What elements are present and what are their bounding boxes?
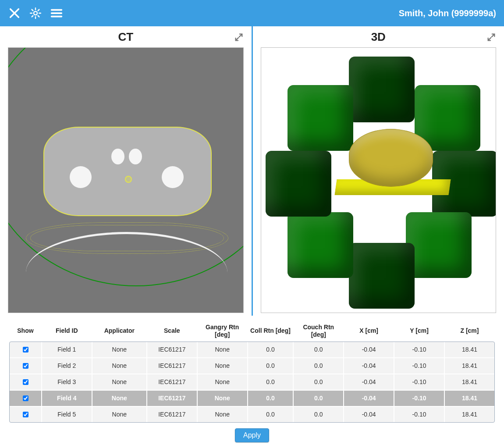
beam-cylinder bbox=[349, 57, 415, 122]
cell-y: -0.10 bbox=[394, 374, 444, 390]
cell-show bbox=[10, 407, 41, 422]
expand-icon[interactable] bbox=[486, 32, 496, 42]
cell-coll: 0.0 bbox=[248, 391, 293, 406]
view-title-ct: CT bbox=[118, 30, 133, 44]
cell-x: -0.04 bbox=[344, 358, 394, 374]
view-panel-ct: CT bbox=[0, 26, 252, 316]
cell-couch: 0.0 bbox=[294, 407, 343, 422]
cell-show bbox=[10, 342, 41, 357]
cell-applicator: None bbox=[92, 374, 146, 390]
cell-couch: 0.0 bbox=[294, 374, 343, 390]
beam-cylinder bbox=[287, 212, 353, 278]
cell-field-id: Field 1 bbox=[42, 342, 92, 357]
table-row[interactable]: Field 1NoneIEC61217None0.00.0-0.04-0.101… bbox=[10, 342, 494, 357]
cell-z: 18.41 bbox=[445, 374, 494, 390]
col-header-z[interactable]: Z [cm] bbox=[445, 321, 494, 341]
menu-icon[interactable] bbox=[50, 7, 63, 20]
gear-icon[interactable] bbox=[29, 7, 42, 20]
patient-name: Smith, John (9999999a) bbox=[399, 8, 496, 18]
threed-viewport[interactable] bbox=[261, 47, 497, 313]
ct-bone bbox=[162, 166, 184, 188]
col-header-scale[interactable]: Scale bbox=[147, 321, 197, 341]
cell-scale: IEC61217 bbox=[147, 374, 197, 390]
cell-couch: 0.0 bbox=[294, 391, 343, 406]
cell-coll: 0.0 bbox=[248, 407, 293, 422]
beam-cylinder bbox=[266, 151, 331, 217]
patient-surface-3d bbox=[349, 129, 433, 187]
cell-gantry: None bbox=[198, 391, 247, 406]
cell-applicator: None bbox=[92, 407, 146, 422]
show-checkbox[interactable] bbox=[23, 395, 28, 401]
cell-y: -0.10 bbox=[394, 391, 444, 406]
cell-y: -0.10 bbox=[394, 358, 444, 374]
cell-x: -0.04 bbox=[344, 342, 394, 357]
cell-y: -0.10 bbox=[394, 407, 444, 422]
beam-cylinder bbox=[349, 243, 415, 309]
ct-couch-arc bbox=[26, 232, 227, 313]
cell-x: -0.04 bbox=[344, 407, 394, 422]
ct-viewport[interactable] bbox=[8, 47, 244, 313]
cell-z: 18.41 bbox=[445, 342, 494, 357]
cell-gantry: None bbox=[198, 374, 247, 390]
cell-gantry: None bbox=[198, 342, 247, 357]
view-panel-3d: 3D bbox=[252, 26, 504, 316]
col-header-show[interactable]: Show bbox=[10, 321, 41, 341]
table-row[interactable]: Field 2NoneIEC61217None0.00.0-0.04-0.101… bbox=[10, 358, 494, 374]
ct-isocenter-marker bbox=[125, 176, 132, 183]
expand-icon[interactable] bbox=[234, 32, 244, 42]
cell-scale: IEC61217 bbox=[147, 342, 197, 357]
svg-point-2 bbox=[34, 11, 37, 15]
show-checkbox[interactable] bbox=[23, 379, 28, 385]
col-header-applicator[interactable]: Applicator bbox=[92, 321, 146, 341]
cell-coll: 0.0 bbox=[248, 342, 293, 357]
cell-applicator: None bbox=[92, 391, 146, 406]
cell-show bbox=[10, 391, 41, 406]
cell-applicator: None bbox=[92, 358, 146, 374]
cell-coll: 0.0 bbox=[248, 358, 293, 374]
cell-scale: IEC61217 bbox=[147, 391, 197, 406]
table-row[interactable]: Field 4NoneIEC61217None0.00.0-0.04-0.101… bbox=[10, 391, 494, 406]
cell-couch: 0.0 bbox=[294, 358, 343, 374]
cell-x: -0.04 bbox=[344, 391, 394, 406]
cell-show bbox=[10, 358, 41, 374]
cell-field-id: Field 4 bbox=[42, 391, 92, 406]
col-header-x[interactable]: X [cm] bbox=[344, 321, 394, 341]
cell-scale: IEC61217 bbox=[147, 358, 197, 374]
beam-cylinder bbox=[287, 85, 353, 151]
ct-bone bbox=[70, 166, 92, 188]
cell-z: 18.41 bbox=[445, 391, 494, 406]
cell-z: 18.41 bbox=[445, 407, 494, 422]
cell-z: 18.41 bbox=[445, 358, 494, 374]
beam-cylinder bbox=[406, 212, 472, 278]
show-checkbox[interactable] bbox=[23, 412, 28, 417]
cell-applicator: None bbox=[92, 342, 146, 357]
fields-table: Show Field ID Applicator Scale Gangry Rt… bbox=[9, 320, 495, 423]
col-header-field[interactable]: Field ID bbox=[42, 321, 92, 341]
table-row[interactable]: Field 3NoneIEC61217None0.00.0-0.04-0.101… bbox=[10, 374, 494, 390]
show-checkbox[interactable] bbox=[23, 347, 28, 352]
col-header-coll[interactable]: Coll Rtn [deg] bbox=[248, 321, 293, 341]
cell-gantry: None bbox=[198, 407, 247, 422]
cell-gantry: None bbox=[198, 358, 247, 374]
ct-bone bbox=[111, 149, 124, 164]
apply-button[interactable]: Apply bbox=[235, 428, 269, 442]
ct-bone bbox=[129, 149, 142, 164]
show-checkbox[interactable] bbox=[23, 363, 28, 369]
cell-x: -0.04 bbox=[344, 374, 394, 390]
cell-coll: 0.0 bbox=[248, 374, 293, 390]
col-header-gantry[interactable]: Gangry Rtn [deg] bbox=[198, 321, 247, 341]
view-title-3d: 3D bbox=[371, 30, 386, 44]
cell-y: -0.10 bbox=[394, 342, 444, 357]
cell-couch: 0.0 bbox=[294, 342, 343, 357]
cell-show bbox=[10, 374, 41, 390]
cell-scale: IEC61217 bbox=[147, 407, 197, 422]
cell-field-id: Field 2 bbox=[42, 358, 92, 374]
table-row[interactable]: Field 5NoneIEC61217None0.00.0-0.04-0.101… bbox=[10, 407, 494, 422]
cell-field-id: Field 3 bbox=[42, 374, 92, 390]
ct-body-contour bbox=[43, 127, 212, 216]
col-header-couch[interactable]: Couch Rtn [deg] bbox=[294, 321, 343, 341]
cell-field-id: Field 5 bbox=[42, 407, 92, 422]
col-header-y[interactable]: Y [cm] bbox=[394, 321, 444, 341]
close-icon[interactable] bbox=[8, 7, 21, 20]
